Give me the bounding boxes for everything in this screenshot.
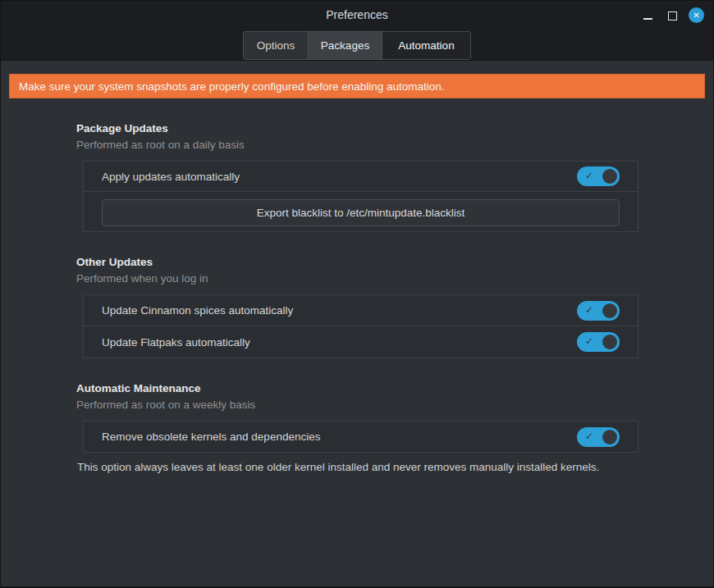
maximize-button[interactable] bbox=[664, 7, 680, 23]
section-title-package-updates: Package Updates bbox=[76, 122, 637, 134]
row-flatpaks: Update Flatpaks automatically ✓ bbox=[84, 326, 638, 358]
tab-automation[interactable]: Automation bbox=[382, 32, 470, 59]
window-controls: ✕ bbox=[639, 7, 704, 23]
maximize-icon bbox=[668, 11, 677, 21]
check-icon: ✓ bbox=[585, 304, 593, 316]
export-row: Export blacklist to /etc/mintupdate.blac… bbox=[84, 192, 638, 231]
remove-kernels-label: Remove obsolete kernels and dependencies bbox=[102, 431, 577, 443]
apply-updates-toggle[interactable]: ✓ bbox=[577, 166, 620, 186]
check-icon: ✓ bbox=[585, 335, 593, 347]
cinnamon-spices-label: Update Cinnamon spices automatically bbox=[102, 304, 577, 317]
close-button[interactable]: ✕ bbox=[689, 7, 704, 23]
kernel-note-text: This option always leaves at least one o… bbox=[77, 461, 637, 473]
flatpaks-label: Update Flatpaks automatically bbox=[102, 336, 577, 349]
section-title-other-updates: Other Updates bbox=[76, 256, 637, 268]
row-cinnamon-spices: Update Cinnamon spices automatically ✓ bbox=[84, 295, 638, 326]
header-bar: Preferences ✕ Options Packages Automatio… bbox=[1, 1, 713, 61]
row-remove-kernels: Remove obsolete kernels and dependencies… bbox=[84, 422, 638, 452]
minimize-button[interactable] bbox=[639, 7, 656, 23]
tab-packages[interactable]: Packages bbox=[309, 32, 382, 59]
check-icon: ✓ bbox=[585, 170, 593, 181]
package-updates-box: Apply updates automatically ✓ Export bla… bbox=[83, 161, 638, 232]
minimize-icon bbox=[643, 18, 652, 20]
check-icon: ✓ bbox=[585, 431, 593, 442]
window-title: Preferences bbox=[1, 8, 713, 21]
apply-updates-label: Apply updates automatically bbox=[102, 171, 577, 183]
automatic-maintenance-box: Remove obsolete kernels and dependencies… bbox=[83, 421, 638, 453]
toggle-knob bbox=[602, 335, 617, 349]
close-icon: ✕ bbox=[693, 11, 699, 20]
export-blacklist-button[interactable]: Export blacklist to /etc/mintupdate.blac… bbox=[102, 199, 620, 226]
other-updates-box: Update Cinnamon spices automatically ✓ U… bbox=[83, 294, 638, 358]
remove-kernels-toggle[interactable]: ✓ bbox=[577, 427, 620, 447]
section-subtitle-other-updates: Performed when you log in bbox=[76, 272, 637, 285]
row-apply-updates: Apply updates automatically ✓ bbox=[84, 162, 638, 192]
toggle-knob bbox=[602, 303, 617, 318]
toggle-knob bbox=[602, 169, 617, 184]
tab-options[interactable]: Options bbox=[244, 32, 309, 59]
cinnamon-spices-toggle[interactable]: ✓ bbox=[577, 301, 620, 321]
banner-text: Make sure your system snapshots are prop… bbox=[19, 80, 445, 93]
tab-switcher: Options Packages Automation bbox=[243, 31, 471, 60]
section-subtitle-automatic-maintenance: Performed as root on a weekly basis bbox=[76, 399, 637, 411]
flatpaks-toggle[interactable]: ✓ bbox=[577, 332, 620, 352]
preferences-window: Preferences ✕ Options Packages Automatio… bbox=[0, 0, 714, 588]
section-title-automatic-maintenance: Automatic Maintenance bbox=[76, 382, 637, 394]
automation-page: Package Updates Performed as root on a d… bbox=[1, 122, 713, 473]
section-subtitle-package-updates: Performed as root on a daily basis bbox=[76, 139, 637, 151]
snapshot-warning-banner: Make sure your system snapshots are prop… bbox=[9, 74, 705, 98]
toggle-knob bbox=[602, 430, 617, 444]
